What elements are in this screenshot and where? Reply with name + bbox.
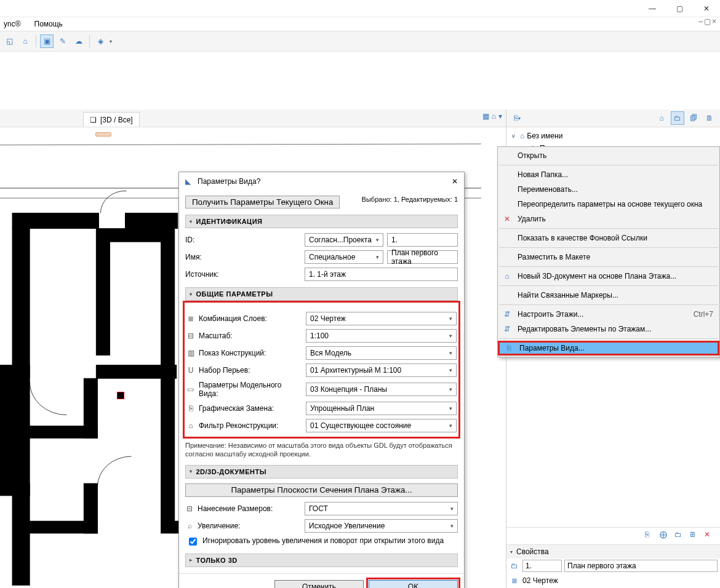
- svg-rect-19: [96, 242, 110, 355]
- collapse-icon: ▾: [510, 549, 513, 555]
- gfx-combo[interactable]: Упрощенный План▾: [306, 402, 457, 415]
- toolbar-dropdown-icon[interactable]: ▾: [110, 39, 112, 44]
- save-view-icon[interactable]: 🗎: [689, 530, 702, 542]
- name-value-input[interactable]: План первого этажа: [387, 250, 458, 264]
- grip-handle[interactable]: [95, 132, 111, 137]
- scale-combo[interactable]: 1:100▾: [306, 329, 457, 343]
- layers-combo[interactable]: 02 Чертеж▾: [306, 312, 457, 325]
- context-menu: Открыть Новая Папка... Переименовать... …: [497, 146, 720, 357]
- toolbar-separator: [36, 35, 36, 47]
- window-minimize[interactable]: —: [639, 0, 666, 17]
- selection-status: Выбрано: 1, Редактируемых: 1: [362, 196, 458, 203]
- tab-label: [3D / Все]: [100, 116, 133, 124]
- pens-icon: U: [186, 366, 195, 375]
- nav-home-icon[interactable]: ⌂: [492, 112, 496, 124]
- menu-sync[interactable]: ync®: [1, 18, 23, 30]
- cm-separator: [499, 285, 718, 286]
- cm-redefine[interactable]: Переопределить параметры на основе текущ…: [498, 197, 719, 212]
- section-2d3d[interactable]: ▾2D/3D-ДОКУМЕНТЫ: [185, 465, 458, 479]
- cm-story-settings[interactable]: ⇵Настроить Этажи...Ctrl+7: [498, 307, 719, 322]
- window-close[interactable]: ✕: [693, 0, 720, 17]
- pens-combo[interactable]: 01 Архитектурный М 1:100▾: [306, 364, 457, 377]
- zoom-icon: ⌕: [185, 522, 194, 530]
- navigator-popup-button[interactable]: ⎘▾: [510, 111, 524, 125]
- cm-new-folder[interactable]: Новая Папка...: [498, 167, 719, 182]
- delete-view-icon[interactable]: ✕: [704, 530, 716, 542]
- tab-3d-all[interactable]: ❏ [3D / Все]: [83, 112, 140, 127]
- app-icon: ◣: [185, 177, 194, 186]
- help-button[interactable]: ?: [257, 177, 261, 186]
- ok-button[interactable]: OK: [369, 580, 458, 588]
- nav-projects-icon[interactable]: ▦: [482, 112, 489, 124]
- navigator-layout-book-icon[interactable]: 🗐: [687, 111, 700, 125]
- dialog-close[interactable]: ✕: [452, 177, 458, 186]
- properties-header[interactable]: ▾Свойства: [506, 545, 720, 558]
- toolbar-cloud[interactable]: ☁: [72, 34, 86, 48]
- toolbar-select[interactable]: ▣: [40, 34, 54, 48]
- source-value: 1. 1-й этаж: [305, 268, 458, 281]
- cancel-button[interactable]: Отменить: [274, 580, 364, 588]
- toolbar-3d[interactable]: ◈: [94, 34, 107, 48]
- cm-place-layout[interactable]: Разместить в Макете: [498, 250, 719, 264]
- scale-label: ⊟Масштаб:: [186, 332, 302, 340]
- tree-root[interactable]: ∨ ⌂ Без имени: [506, 130, 720, 142]
- window-maximize[interactable]: ▢: [666, 0, 693, 17]
- dimensions-combo[interactable]: ГОСТ▾: [305, 502, 458, 515]
- cm-separator: [499, 247, 718, 248]
- section-3d[interactable]: ▸ТОЛЬКО 3D: [185, 554, 458, 567]
- clone-folder-icon[interactable]: 🗀: [674, 530, 687, 542]
- svg-rect-8: [0, 365, 30, 379]
- panel-min-icon[interactable]: –: [698, 17, 703, 26]
- cm-edit-by-stories[interactable]: ⇵Редактировать Элементы по Этажам...: [498, 322, 719, 336]
- prop-layers: 02 Чертеж: [522, 576, 558, 585]
- layers-icon: ≣: [509, 576, 520, 585]
- menu-help[interactable]: Помощь: [32, 18, 65, 30]
- svg-rect-5: [12, 229, 30, 586]
- name-mode-combo[interactable]: Специальное▾: [305, 250, 383, 264]
- toolbar-home[interactable]: ⌂: [18, 34, 32, 48]
- navigator-publisher-icon[interactable]: 🗎: [703, 111, 716, 125]
- navigator-project-map-icon[interactable]: ⌂: [655, 111, 668, 125]
- get-current-window-params-button[interactable]: Получить Параметры Текущего Окна: [185, 196, 340, 209]
- id-value-input[interactable]: 1.: [387, 233, 458, 247]
- dialog-title: Параметры Вида: [198, 177, 257, 186]
- mvo-combo[interactable]: 03 Концепция - Планы▾: [306, 383, 457, 396]
- display-label: ▥Показ Конструкций:: [186, 349, 302, 357]
- display-combo[interactable]: Вся Модель▾: [306, 346, 457, 360]
- cm-find-markers[interactable]: Найти Связанные Маркеры...: [498, 288, 719, 303]
- floorplan-cut-plane-button[interactable]: Параметры Плоскости Сечения Плана Этажа.…: [185, 483, 458, 497]
- edit-stories-icon: ⇵: [502, 325, 513, 333]
- cm-show-trace[interactable]: Показать в качестве Фоновой Ссылки: [498, 231, 719, 245]
- mvo-icon: ▭: [186, 385, 195, 394]
- cm-view-parameters[interactable]: ⎘Параметры Вида...: [498, 341, 719, 356]
- rec-combo[interactable]: 01 Существующее состояние▾: [306, 419, 457, 432]
- toolbar-edit[interactable]: ✎: [56, 34, 70, 48]
- expand-icon[interactable]: ∨: [511, 133, 518, 139]
- panel-close-icon[interactable]: ×: [712, 17, 716, 26]
- ignore-zoom-checkbox[interactable]: [189, 538, 197, 546]
- section-common[interactable]: ▾ОБЩИЕ ПАРАМЕТРЫ: [185, 287, 458, 301]
- prop-id-input[interactable]: [522, 560, 562, 572]
- selection-handle[interactable]: [117, 392, 124, 399]
- svg-rect-14: [30, 521, 97, 533]
- toolbar-undo[interactable]: ◱: [2, 34, 16, 48]
- navigator-view-map-icon[interactable]: 🗀: [671, 111, 684, 125]
- section-identification[interactable]: ▾ИДЕНТИФИКАЦИЯ: [185, 215, 458, 228]
- id-mode-combo[interactable]: Согласн...Проекта▾: [305, 233, 383, 247]
- new-view-icon[interactable]: ⎘: [645, 530, 657, 542]
- new3d-icon: ⌂: [502, 272, 513, 280]
- cm-delete[interactable]: ✕Удалить: [498, 212, 719, 226]
- nav-dropdown-icon[interactable]: ▾: [498, 112, 502, 124]
- svg-rect-3: [12, 213, 98, 228]
- cm-rename[interactable]: Переименовать...: [498, 182, 719, 197]
- svg-rect-7: [96, 365, 176, 379]
- cm-open[interactable]: Открыть: [498, 148, 719, 163]
- prop-name-input[interactable]: [564, 560, 718, 572]
- svg-rect-4: [125, 213, 177, 228]
- panel-max-icon[interactable]: ▢: [704, 17, 711, 26]
- zoom-combo[interactable]: Исходное Увеличение▾: [305, 519, 458, 533]
- cm-new-3d-doc[interactable]: ⌂Новый 3D-документ на основе Плана Этажа…: [498, 269, 719, 284]
- new-folder-icon[interactable]: ⨁: [660, 530, 672, 542]
- ignore-zoom-label: Игнорировать уровень увеличения и поворо…: [202, 536, 444, 545]
- svg-rect-9: [0, 378, 12, 483]
